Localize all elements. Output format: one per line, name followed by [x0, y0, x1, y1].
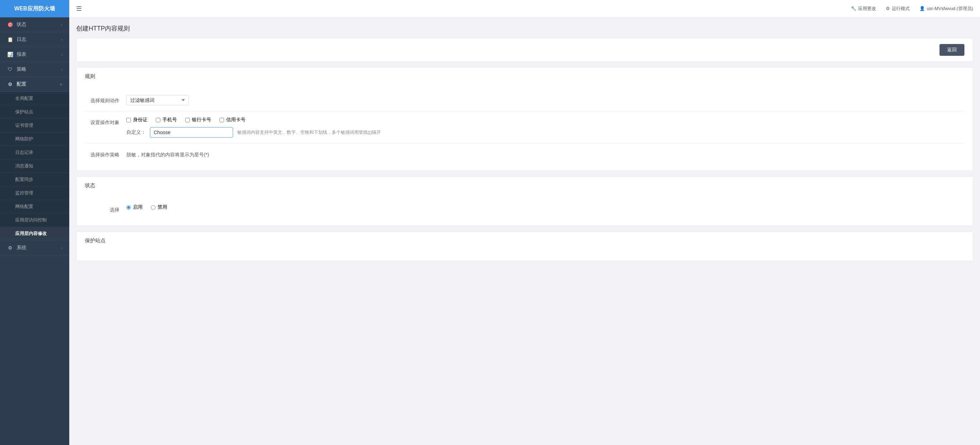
- action-label: 选择规则动作: [85, 95, 126, 104]
- sidebar-item-label: 报表: [17, 51, 26, 57]
- user-icon: 👤: [920, 6, 925, 11]
- status-card: 状态 选择 启用 禁用: [76, 176, 973, 226]
- sidebar-item-report[interactable]: 📊 报表 ›: [0, 47, 69, 62]
- custom-row: 自定义： 敏感词内容支持中英文、数字、空格和下划线，多个敏感词用竖线(|)隔开: [126, 127, 964, 137]
- sidebar-item-config-sync[interactable]: 配置同步: [0, 173, 69, 187]
- hamburger-icon[interactable]: ☰: [76, 5, 82, 13]
- status-select-label: 选择: [85, 204, 126, 213]
- return-card: 返回: [76, 38, 973, 62]
- radio-enable-input[interactable]: [126, 205, 131, 210]
- chevron-right-icon: ›: [61, 67, 62, 72]
- checkbox-id-card[interactable]: 身份证: [126, 117, 148, 123]
- protect-site-card: 保护站点: [76, 231, 973, 261]
- user-menu-btn[interactable]: 👤 usr-MVsfwvud (管理员): [920, 6, 973, 12]
- sidebar-logo: WEB应用防火墙: [0, 0, 69, 18]
- policy-icon: 🛡: [7, 67, 13, 72]
- config-submenu: 全局配置 保护站点 证书管理 网络防护 日志记录 消息通知 配置同步 监控管理: [0, 92, 69, 241]
- content-area: 创建HTTP内容规则 返回 规则 选择规则动作 过滤敏感词 替换内容: [69, 18, 980, 445]
- sidebar-item-label: 日志: [17, 37, 26, 43]
- status-content: 启用 禁用: [126, 204, 964, 211]
- config-icon: ⚙: [7, 81, 13, 87]
- sidebar-item-label: 配置: [17, 81, 26, 87]
- custom-label: 自定义：: [126, 129, 146, 136]
- protect-site-body: [76, 247, 973, 261]
- return-button[interactable]: 返回: [940, 44, 964, 56]
- sidebar-item-network-protect[interactable]: 网络防护: [0, 132, 69, 146]
- status-row: 选择 启用 禁用: [85, 199, 964, 219]
- status-card-body: 选择 启用 禁用: [76, 191, 973, 226]
- sidebar-item-app-content-modify[interactable]: 应用层内容修改: [0, 227, 69, 241]
- chevron-right-icon: ›: [61, 22, 62, 27]
- apply-changes-btn[interactable]: 🔧 应用更改: [851, 6, 876, 12]
- chevron-right-icon: ›: [61, 246, 62, 250]
- run-mode-icon: ⚙: [886, 6, 890, 11]
- sidebar-item-msg-notify[interactable]: 消息通知: [0, 159, 69, 173]
- strategy-row: 选择操作策略 脱敏，对象指代的内容将显示为星号(*): [85, 144, 964, 164]
- rule-card-body: 选择规则动作 过滤敏感词 替换内容 删除内容 设置操作对象: [76, 83, 973, 171]
- checkbox-mobile-input[interactable]: [156, 118, 160, 122]
- rule-card: 规则 选择规则动作 过滤敏感词 替换内容 删除内容: [76, 67, 973, 171]
- sidebar-item-global-config[interactable]: 全局配置: [0, 92, 69, 105]
- protect-site-title: 保护站点: [76, 232, 973, 247]
- hint-text: 敏感词内容支持中英文、数字、空格和下划线，多个敏感词用竖线(|)隔开: [237, 129, 381, 136]
- checkbox-credit-card[interactable]: 信用卡号: [220, 117, 245, 123]
- page-title: 创建HTTP内容规则: [76, 24, 973, 33]
- checkbox-bank-card[interactable]: 银行卡号: [185, 117, 211, 123]
- sidebar-item-label: 策略: [17, 66, 26, 72]
- checkbox-mobile[interactable]: 手机号: [156, 117, 177, 123]
- radio-disable-input[interactable]: [151, 205, 156, 210]
- sidebar-item-log-record[interactable]: 日志记录: [0, 146, 69, 159]
- target-label: 设置操作对象: [85, 117, 126, 126]
- sidebar-item-protect-site[interactable]: 保护站点: [0, 105, 69, 119]
- chevron-right-icon: ›: [61, 37, 62, 41]
- action-select[interactable]: 过滤敏感词 替换内容 删除内容: [126, 95, 189, 105]
- top-header: ☰ 🔧 应用更改 ⚙ 运行模式 👤 usr-MVsfwvud (管理员): [69, 0, 980, 18]
- sidebar-item-app-access-ctrl[interactable]: 应用层访问控制: [0, 214, 69, 227]
- checkbox-credit-card-input[interactable]: [220, 118, 224, 122]
- checkbox-group: 身份证 手机号 银行卡号: [126, 117, 964, 123]
- sidebar: WEB应用防火墙 🎯 状态 › 📋 日志 › 📊 报表 ›: [0, 0, 69, 445]
- chevron-right-icon: ›: [61, 52, 62, 56]
- radio-enable[interactable]: 启用: [126, 204, 143, 211]
- sidebar-item-log[interactable]: 📋 日志 ›: [0, 32, 69, 47]
- chevron-down-icon: ∨: [60, 82, 62, 87]
- sidebar-item-cert-mgmt[interactable]: 证书管理: [0, 119, 69, 132]
- custom-input[interactable]: [150, 127, 233, 137]
- radio-group: 启用 禁用: [126, 204, 964, 211]
- checkbox-id-card-input[interactable]: [126, 118, 131, 122]
- status-section-title: 状态: [76, 177, 973, 191]
- target-row: 设置操作对象 身份证 手机号: [85, 111, 964, 144]
- radio-disable[interactable]: 禁用: [151, 204, 167, 211]
- apply-changes-icon: 🔧: [851, 6, 856, 11]
- sidebar-item-label: 系统: [17, 245, 26, 251]
- checkbox-bank-card-input[interactable]: [185, 118, 190, 122]
- sidebar-item-policy[interactable]: 🛡 策略 ›: [0, 62, 69, 77]
- strategy-label: 选择操作策略: [85, 149, 126, 158]
- sidebar-item-config[interactable]: ⚙ 配置 ∨: [0, 77, 69, 92]
- log-icon: 📋: [7, 37, 13, 42]
- sidebar-item-label: 状态: [17, 21, 26, 28]
- report-icon: 📊: [7, 52, 13, 57]
- action-content: 过滤敏感词 替换内容 删除内容: [126, 95, 964, 105]
- strategy-text: 脱敏，对象指代的内容将显示为星号(*): [126, 149, 964, 158]
- sidebar-item-monitor-mgmt[interactable]: 监控管理: [0, 187, 69, 200]
- system-icon: ⚙: [7, 245, 13, 250]
- run-mode-btn[interactable]: ⚙ 运行模式: [886, 6, 910, 12]
- sidebar-item-status[interactable]: 🎯 状态 ›: [0, 18, 69, 32]
- strategy-content: 脱敏，对象指代的内容将显示为星号(*): [126, 149, 964, 158]
- status-icon: 🎯: [7, 22, 13, 27]
- sidebar-item-network-config[interactable]: 网络配置: [0, 200, 69, 214]
- target-content: 身份证 手机号 银行卡号: [126, 117, 964, 137]
- rule-section-title: 规则: [76, 68, 973, 83]
- rule-action-row: 选择规则动作 过滤敏感词 替换内容 删除内容: [85, 89, 964, 111]
- sidebar-item-system[interactable]: ⚙ 系统 ›: [0, 241, 69, 255]
